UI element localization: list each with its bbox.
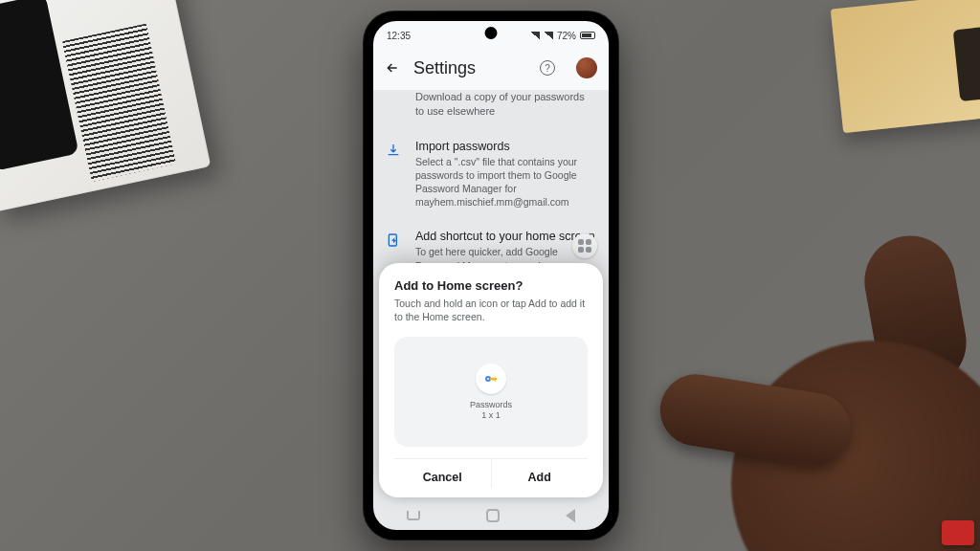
nav-recent-icon[interactable] (407, 511, 420, 520)
import-description: Select a ".csv" file that contains your … (415, 155, 595, 209)
add-button[interactable]: Add (491, 459, 589, 488)
phone-frame: 12:35 72% Settings ? Download a copy of … (364, 11, 618, 540)
import-title: Import passwords (415, 140, 595, 153)
dialog-subtitle: Touch and hold an icon or tap Add to add… (394, 297, 588, 323)
cancel-button[interactable]: Cancel (394, 459, 491, 488)
camera-notch (485, 27, 498, 39)
passwords-app-icon (476, 364, 506, 394)
settings-body: Download a copy of your passwords to use… (373, 90, 609, 530)
widget-preview[interactable]: Passwords 1 x 1 (394, 337, 588, 447)
box-phone-image (0, 0, 79, 171)
svg-point-2 (487, 378, 489, 380)
nav-home-icon[interactable] (486, 509, 500, 522)
navigation-bar (373, 501, 609, 530)
help-icon[interactable]: ? (540, 60, 555, 76)
widget-label: Passwords 1 x 1 (470, 400, 512, 421)
phone-screen: 12:35 72% Settings ? Download a copy of … (373, 21, 609, 530)
hand-overlay (616, 226, 980, 551)
app-header: Settings ? (373, 46, 609, 90)
back-icon[interactable] (385, 60, 400, 76)
add-to-home-dialog: Add to Home screen? Touch and hold an ic… (379, 263, 603, 497)
export-description: Download a copy of your passwords to use… (373, 90, 609, 128)
status-time: 12:35 (387, 31, 411, 41)
dialog-actions: Cancel Add (394, 458, 588, 488)
signal-icon (530, 32, 540, 39)
product-box: Galaxy A06 (0, 0, 211, 212)
nav-back-icon[interactable] (566, 509, 575, 522)
svg-rect-5 (493, 378, 495, 381)
shortcut-icon (385, 231, 402, 249)
signal-icon-2 (544, 32, 553, 39)
grid-chip-icon[interactable] (572, 233, 597, 258)
import-passwords-item[interactable]: Import passwords Select a ".csv" file th… (373, 128, 609, 219)
wood-block-prop (831, 0, 980, 133)
video-watermark (942, 520, 974, 545)
shortcut-title: Add shortcut to your home screen (415, 230, 595, 243)
box-barcode (62, 23, 176, 181)
svg-rect-4 (495, 378, 497, 382)
account-avatar[interactable] (576, 57, 597, 78)
dialog-title: Add to Home screen? (394, 278, 588, 293)
battery-icon (580, 32, 595, 39)
battery-percent: 72% (557, 31, 576, 41)
page-title: Settings (413, 58, 526, 78)
download-icon (385, 142, 402, 159)
